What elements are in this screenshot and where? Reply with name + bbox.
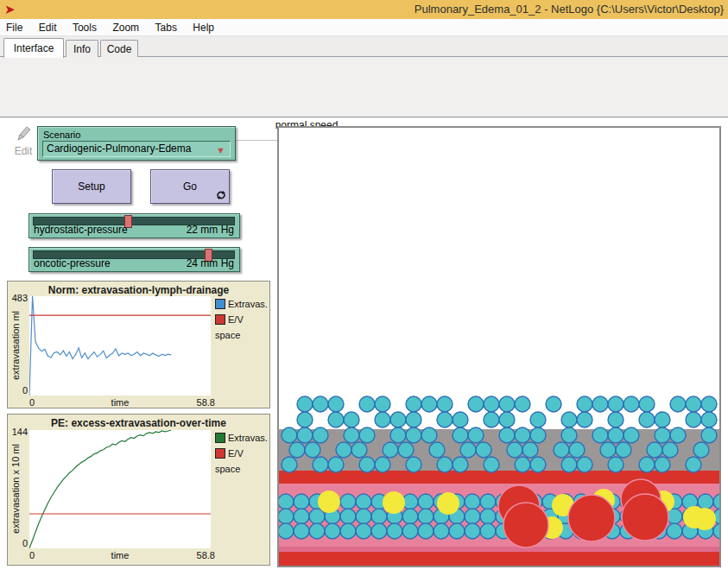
legend-entry: E/V space	[215, 445, 269, 457]
menu-tabs[interactable]: Tabs	[149, 19, 183, 36]
y-axis-label: extravasation x 10 ml	[10, 444, 21, 534]
setup-button-label: Setup	[78, 180, 104, 193]
y-axis-label: extravasation ml	[10, 311, 21, 380]
edit-widget-button[interactable]: Edit	[7, 124, 40, 157]
legend-swatch-green	[215, 433, 225, 443]
chooser-dropdown-triangle-icon: ▼	[216, 143, 225, 158]
world-view-canvas	[279, 128, 719, 566]
plot-extravasation-lymph-drainage: Norm: extravasation-lymph-drainage 483 0…	[7, 281, 270, 408]
go-button[interactable]: Go	[150, 169, 230, 204]
y-axis-min-label: 0	[8, 538, 28, 548]
title-bar: ➤ Pulmonary_Edema_01_2 - NetLogo {C:\Use…	[0, 0, 728, 19]
oncotic-pressure-slider[interactable]: oncotic-pressure 24 mm Hg	[28, 247, 240, 272]
legend-entry: E/V space	[215, 311, 269, 323]
menu-edit[interactable]: Edit	[33, 19, 63, 36]
menu-help[interactable]: Help	[187, 19, 220, 36]
y-axis-min-label: 0	[8, 385, 28, 396]
menu-tools[interactable]: Tools	[66, 19, 103, 36]
slider-value: 22 mm Hg	[187, 224, 234, 236]
menu-file[interactable]: File	[0, 19, 28, 36]
y-axis-max-label: 144	[8, 427, 28, 437]
slider-label: hydrostatic-pressure	[34, 224, 128, 236]
plot-excess-extravasation-over-time: PE: excess-extravasation-over-time 144 0…	[7, 414, 270, 566]
chooser-value-box[interactable]: Cardiogenic-Pulmonary-Edema ▼	[42, 141, 231, 157]
netlogo-window: ➤ Pulmonary_Edema_01_2 - NetLogo {C:\Use…	[0, 0, 728, 576]
slider-value: 24 mm Hg	[187, 257, 234, 269]
setup-button[interactable]: Setup	[52, 169, 131, 204]
menu-bar: File Edit Tools Zoom Tabs Help	[0, 19, 728, 36]
go-button-label: Go	[183, 180, 197, 193]
chooser-value: Cardiogenic-Pulmonary-Edema	[47, 142, 191, 155]
pencil-icon	[7, 124, 40, 143]
chooser-label: Scenario	[43, 130, 80, 140]
legend-swatch-blue	[215, 299, 225, 309]
y-axis-max-label: 483	[8, 293, 28, 303]
legend-entry: Extravas.	[215, 295, 268, 307]
plot-canvas	[29, 430, 211, 548]
x-axis-max-label: 58.8	[180, 397, 215, 408]
legend-label: Extravas.	[228, 299, 268, 309]
legend-swatch-red	[215, 314, 225, 325]
tab-code[interactable]: Code	[100, 40, 138, 58]
plot-title: Norm: extravasation-lymph-drainage	[8, 284, 269, 296]
tab-strip: Interface Info Code	[0, 36, 728, 57]
legend-entry: Extravas.	[215, 429, 268, 441]
scenario-chooser[interactable]: Scenario Cardiogenic-Pulmonary-Edema ▼	[37, 126, 236, 161]
interface-toolbar: Edit Delete Add abc Button ▼ normal spee…	[0, 57, 728, 117]
menu-zoom[interactable]: Zoom	[106, 19, 145, 36]
legend-swatch-red	[215, 448, 225, 459]
world-view	[277, 126, 721, 567]
x-axis-max-label: 58.8	[180, 550, 215, 560]
tab-info[interactable]: Info	[66, 40, 98, 58]
legend-label: Extravas.	[228, 433, 268, 443]
plot-title: PE: excess-extravasation-over-time	[8, 417, 269, 429]
edit-label: Edit	[15, 145, 33, 157]
slider-label: oncotic-pressure	[34, 257, 111, 269]
hydrostatic-pressure-slider[interactable]: hydrostatic-pressure 22 mm Hg	[28, 213, 240, 238]
tab-interface[interactable]: Interface	[3, 38, 64, 58]
window-title: Pulmonary_Edema_01_2 - NetLogo {C:\Users…	[415, 3, 724, 16]
plot-canvas	[29, 296, 211, 396]
netlogo-app-icon: ➤	[4, 0, 16, 19]
forever-loop-icon	[216, 190, 226, 200]
